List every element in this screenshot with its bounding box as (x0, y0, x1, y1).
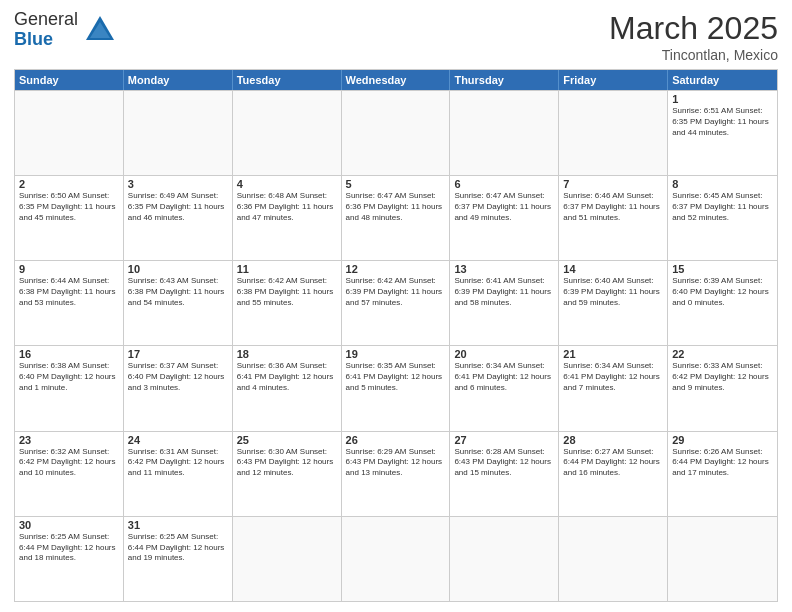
calendar-cell (559, 91, 668, 175)
calendar-row: 9Sunrise: 6:44 AM Sunset: 6:38 PM Daylig… (15, 260, 777, 345)
day-info: Sunrise: 6:39 AM Sunset: 6:40 PM Dayligh… (672, 276, 773, 308)
calendar-cell (342, 91, 451, 175)
day-info: Sunrise: 6:34 AM Sunset: 6:41 PM Dayligh… (563, 361, 663, 393)
logo-general: General (14, 9, 78, 29)
day-number: 1 (672, 93, 773, 105)
location: Tincontlan, Mexico (609, 47, 778, 63)
day-number: 7 (563, 178, 663, 190)
calendar-cell: 7Sunrise: 6:46 AM Sunset: 6:37 PM Daylig… (559, 176, 668, 260)
calendar-cell: 31Sunrise: 6:25 AM Sunset: 6:44 PM Dayli… (124, 517, 233, 601)
header-cell-sunday: Sunday (15, 70, 124, 90)
day-number: 23 (19, 434, 119, 446)
day-number: 4 (237, 178, 337, 190)
day-number: 28 (563, 434, 663, 446)
day-info: Sunrise: 6:48 AM Sunset: 6:36 PM Dayligh… (237, 191, 337, 223)
calendar-cell (233, 91, 342, 175)
calendar-cell: 28Sunrise: 6:27 AM Sunset: 6:44 PM Dayli… (559, 432, 668, 516)
calendar-row: 2Sunrise: 6:50 AM Sunset: 6:35 PM Daylig… (15, 175, 777, 260)
day-info: Sunrise: 6:37 AM Sunset: 6:40 PM Dayligh… (128, 361, 228, 393)
calendar-cell: 25Sunrise: 6:30 AM Sunset: 6:43 PM Dayli… (233, 432, 342, 516)
day-number: 17 (128, 348, 228, 360)
day-number: 21 (563, 348, 663, 360)
day-number: 2 (19, 178, 119, 190)
calendar-body: 1Sunrise: 6:51 AM Sunset: 6:35 PM Daylig… (15, 90, 777, 601)
day-info: Sunrise: 6:47 AM Sunset: 6:37 PM Dayligh… (454, 191, 554, 223)
day-number: 22 (672, 348, 773, 360)
calendar-cell: 2Sunrise: 6:50 AM Sunset: 6:35 PM Daylig… (15, 176, 124, 260)
day-number: 26 (346, 434, 446, 446)
calendar-cell: 11Sunrise: 6:42 AM Sunset: 6:38 PM Dayli… (233, 261, 342, 345)
calendar-cell: 19Sunrise: 6:35 AM Sunset: 6:41 PM Dayli… (342, 346, 451, 430)
header: General Blue March 2025 Tincontlan, Mexi… (14, 10, 778, 63)
calendar-row: 16Sunrise: 6:38 AM Sunset: 6:40 PM Dayli… (15, 345, 777, 430)
day-number: 25 (237, 434, 337, 446)
calendar-cell (668, 517, 777, 601)
month-title: March 2025 (609, 10, 778, 47)
header-cell-wednesday: Wednesday (342, 70, 451, 90)
calendar-row: 23Sunrise: 6:32 AM Sunset: 6:42 PM Dayli… (15, 431, 777, 516)
calendar-cell (15, 91, 124, 175)
day-number: 24 (128, 434, 228, 446)
calendar-cell: 17Sunrise: 6:37 AM Sunset: 6:40 PM Dayli… (124, 346, 233, 430)
calendar-cell: 27Sunrise: 6:28 AM Sunset: 6:43 PM Dayli… (450, 432, 559, 516)
calendar-cell: 30Sunrise: 6:25 AM Sunset: 6:44 PM Dayli… (15, 517, 124, 601)
day-number: 5 (346, 178, 446, 190)
logo: General Blue (14, 10, 78, 50)
day-info: Sunrise: 6:31 AM Sunset: 6:42 PM Dayligh… (128, 447, 228, 479)
day-info: Sunrise: 6:36 AM Sunset: 6:41 PM Dayligh… (237, 361, 337, 393)
header-cell-monday: Monday (124, 70, 233, 90)
day-info: Sunrise: 6:28 AM Sunset: 6:43 PM Dayligh… (454, 447, 554, 479)
day-number: 30 (19, 519, 119, 531)
day-number: 15 (672, 263, 773, 275)
day-number: 29 (672, 434, 773, 446)
calendar-cell: 6Sunrise: 6:47 AM Sunset: 6:37 PM Daylig… (450, 176, 559, 260)
header-cell-tuesday: Tuesday (233, 70, 342, 90)
day-number: 6 (454, 178, 554, 190)
calendar-cell: 13Sunrise: 6:41 AM Sunset: 6:39 PM Dayli… (450, 261, 559, 345)
day-info: Sunrise: 6:49 AM Sunset: 6:35 PM Dayligh… (128, 191, 228, 223)
day-number: 11 (237, 263, 337, 275)
calendar-cell (233, 517, 342, 601)
day-number: 3 (128, 178, 228, 190)
day-number: 12 (346, 263, 446, 275)
calendar-cell (124, 91, 233, 175)
calendar: SundayMondayTuesdayWednesdayThursdayFrid… (14, 69, 778, 602)
calendar-cell (342, 517, 451, 601)
day-info: Sunrise: 6:25 AM Sunset: 6:44 PM Dayligh… (128, 532, 228, 564)
calendar-cell (450, 517, 559, 601)
day-info: Sunrise: 6:30 AM Sunset: 6:43 PM Dayligh… (237, 447, 337, 479)
day-number: 13 (454, 263, 554, 275)
calendar-cell: 26Sunrise: 6:29 AM Sunset: 6:43 PM Dayli… (342, 432, 451, 516)
day-number: 31 (128, 519, 228, 531)
calendar-cell: 29Sunrise: 6:26 AM Sunset: 6:44 PM Dayli… (668, 432, 777, 516)
day-info: Sunrise: 6:44 AM Sunset: 6:38 PM Dayligh… (19, 276, 119, 308)
calendar-cell: 4Sunrise: 6:48 AM Sunset: 6:36 PM Daylig… (233, 176, 342, 260)
calendar-cell: 12Sunrise: 6:42 AM Sunset: 6:39 PM Dayli… (342, 261, 451, 345)
calendar-header: SundayMondayTuesdayWednesdayThursdayFrid… (15, 70, 777, 90)
day-info: Sunrise: 6:41 AM Sunset: 6:39 PM Dayligh… (454, 276, 554, 308)
calendar-cell: 8Sunrise: 6:45 AM Sunset: 6:37 PM Daylig… (668, 176, 777, 260)
day-info: Sunrise: 6:34 AM Sunset: 6:41 PM Dayligh… (454, 361, 554, 393)
calendar-cell: 20Sunrise: 6:34 AM Sunset: 6:41 PM Dayli… (450, 346, 559, 430)
calendar-cell: 3Sunrise: 6:49 AM Sunset: 6:35 PM Daylig… (124, 176, 233, 260)
day-info: Sunrise: 6:47 AM Sunset: 6:36 PM Dayligh… (346, 191, 446, 223)
logo-area: General Blue (14, 10, 118, 50)
day-info: Sunrise: 6:29 AM Sunset: 6:43 PM Dayligh… (346, 447, 446, 479)
day-info: Sunrise: 6:33 AM Sunset: 6:42 PM Dayligh… (672, 361, 773, 393)
calendar-cell: 9Sunrise: 6:44 AM Sunset: 6:38 PM Daylig… (15, 261, 124, 345)
calendar-cell: 15Sunrise: 6:39 AM Sunset: 6:40 PM Dayli… (668, 261, 777, 345)
day-number: 10 (128, 263, 228, 275)
logo-icon (82, 12, 118, 48)
calendar-cell: 22Sunrise: 6:33 AM Sunset: 6:42 PM Dayli… (668, 346, 777, 430)
day-number: 18 (237, 348, 337, 360)
header-cell-saturday: Saturday (668, 70, 777, 90)
day-info: Sunrise: 6:32 AM Sunset: 6:42 PM Dayligh… (19, 447, 119, 479)
day-info: Sunrise: 6:50 AM Sunset: 6:35 PM Dayligh… (19, 191, 119, 223)
header-cell-thursday: Thursday (450, 70, 559, 90)
calendar-row: 1Sunrise: 6:51 AM Sunset: 6:35 PM Daylig… (15, 90, 777, 175)
day-info: Sunrise: 6:26 AM Sunset: 6:44 PM Dayligh… (672, 447, 773, 479)
day-number: 27 (454, 434, 554, 446)
day-info: Sunrise: 6:46 AM Sunset: 6:37 PM Dayligh… (563, 191, 663, 223)
day-number: 20 (454, 348, 554, 360)
day-number: 19 (346, 348, 446, 360)
